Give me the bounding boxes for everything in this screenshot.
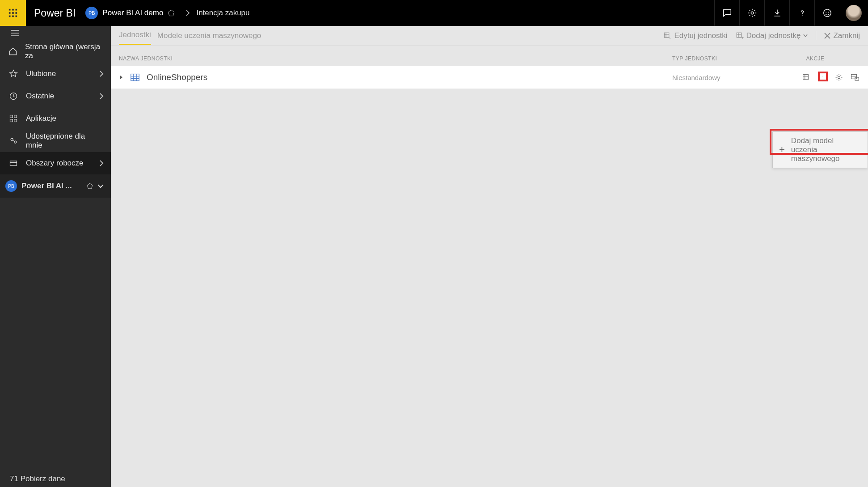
add-table-icon — [736, 32, 744, 40]
main-content: Jednostki Modele uczenia maszynowego Edy… — [111, 26, 868, 487]
breadcrumb-workspace[interactable]: Power BI AI demo — [102, 8, 163, 17]
svg-rect-23 — [737, 33, 742, 38]
svg-rect-15 — [10, 115, 13, 118]
svg-point-26 — [838, 76, 840, 79]
waffle-icon — [8, 8, 18, 18]
edit-table-icon — [663, 32, 671, 40]
workspace-icon — [8, 159, 19, 168]
add-ml-model-label: Dodaj model uczenia maszynowego — [791, 136, 861, 163]
edit-entities-label: Edytuj jednostki — [674, 31, 727, 40]
svg-rect-7 — [12, 16, 14, 17]
sidebar-item-home[interactable]: Strona główna (wersja za — [0, 40, 111, 63]
settings-action-button[interactable] — [834, 72, 844, 82]
sidebar-item-label: Ostatnie — [26, 92, 54, 101]
chevron-down-icon — [803, 34, 808, 38]
breadcrumb-page: Intencja zakupu — [196, 8, 249, 17]
left-sidebar: Strona główna (wersja za Ulubione Ostatn… — [0, 26, 111, 487]
gear-icon — [834, 73, 843, 82]
brain-icon — [822, 72, 823, 81]
help-icon — [798, 8, 807, 17]
tab-ml-models[interactable]: Modele uczenia maszynowego — [157, 27, 261, 45]
chevron-down-icon — [97, 184, 104, 188]
get-data-link[interactable]: 71 Pobierz dane — [10, 474, 65, 483]
sidebar-item-workspaces[interactable]: Obszary robocze — [0, 152, 111, 174]
chat-icon — [722, 8, 732, 18]
chevron-right-icon — [185, 10, 190, 16]
smiley-icon — [822, 8, 832, 18]
delete-action-button[interactable] — [850, 72, 860, 82]
home-icon — [8, 47, 18, 56]
tab-entities[interactable]: Jednostki — [119, 26, 151, 45]
svg-rect-4 — [12, 12, 14, 14]
svg-rect-5 — [16, 12, 17, 14]
download-button[interactable] — [764, 0, 789, 26]
share-icon — [8, 136, 19, 145]
table-refresh-icon — [802, 73, 811, 82]
add-entity-button[interactable]: Dodaj jednostkę — [736, 31, 808, 40]
sidebar-item-favorites[interactable]: Ulubione — [0, 63, 111, 85]
current-workspace-row[interactable]: PB Power BI AI ... — [0, 174, 111, 198]
app-title: Power BI — [26, 7, 85, 19]
app-launcher-button[interactable] — [0, 0, 26, 26]
plus-icon: + — [779, 144, 785, 156]
sidebar-item-label: Udostępnione dla mnie — [26, 132, 103, 150]
svg-rect-1 — [12, 9, 14, 11]
sidebar-item-shared[interactable]: Udostępnione dla mnie — [0, 130, 111, 152]
svg-rect-27 — [851, 74, 857, 79]
expand-row-button[interactable] — [119, 75, 128, 80]
add-entity-label: Dodaj jednostkę — [746, 31, 801, 40]
column-name-header: NAZWA JEDNOSTKI — [119, 55, 672, 62]
entity-name: OnlineShoppers — [147, 72, 672, 82]
svg-rect-0 — [9, 9, 11, 11]
chevron-right-icon — [99, 93, 104, 99]
feedback-button[interactable] — [714, 0, 739, 26]
svg-point-9 — [751, 12, 754, 14]
chevron-right-icon — [99, 71, 104, 77]
sidebar-item-apps[interactable]: Aplikacje — [0, 107, 111, 130]
hamburger-icon — [11, 30, 19, 36]
user-avatar[interactable] — [846, 5, 862, 21]
settings-button[interactable] — [739, 0, 764, 26]
table-link-icon — [851, 73, 860, 82]
sidebar-item-label: Aplikacje — [26, 114, 56, 123]
svg-rect-18 — [14, 119, 17, 122]
svg-rect-2 — [16, 9, 17, 11]
svg-rect-8 — [16, 16, 17, 17]
column-type-header: TYP JEDNOSTKI — [672, 55, 771, 62]
premium-diamond-icon — [87, 183, 93, 189]
current-workspace-name: Power BI AI ... — [21, 182, 82, 191]
entity-row[interactable]: OnlineShoppers Niestandardowy — [111, 66, 868, 89]
divider — [816, 31, 816, 40]
apps-icon — [8, 114, 19, 123]
svg-point-12 — [826, 12, 826, 13]
entity-actions — [771, 72, 860, 82]
workspace-badge: PB — [85, 7, 98, 19]
svg-rect-21 — [10, 161, 17, 165]
add-ml-model-menu-item[interactable]: + Dodaj model uczenia maszynowego — [772, 131, 868, 168]
entity-type: Niestandardowy — [672, 74, 771, 81]
table-icon — [131, 73, 140, 81]
refresh-action-button[interactable] — [802, 72, 812, 82]
sidebar-item-label: Ulubione — [26, 69, 56, 78]
svg-rect-16 — [14, 115, 17, 118]
chevron-right-icon — [99, 160, 104, 166]
smiley-button[interactable] — [814, 0, 839, 26]
edit-entities-button[interactable]: Edytuj jednostki — [663, 31, 727, 40]
clock-icon — [8, 92, 19, 101]
svg-point-11 — [823, 9, 831, 17]
star-icon — [8, 69, 19, 78]
close-button[interactable]: Zamknij — [824, 31, 860, 40]
help-button[interactable] — [789, 0, 814, 26]
tab-bar: Jednostki Modele uczenia maszynowego Edy… — [111, 26, 868, 46]
sidebar-item-recent[interactable]: Ostatnie — [0, 85, 111, 107]
svg-point-10 — [802, 15, 803, 16]
ml-action-button[interactable] — [818, 72, 828, 81]
workspace-badge-small: PB — [5, 180, 17, 192]
close-icon — [824, 33, 830, 39]
svg-rect-24 — [131, 74, 139, 81]
svg-point-20 — [14, 141, 17, 143]
svg-point-13 — [828, 12, 829, 13]
collapse-sidebar-button[interactable] — [0, 26, 111, 40]
sidebar-item-label: Obszary robocze — [26, 159, 84, 168]
gear-icon — [747, 8, 757, 18]
